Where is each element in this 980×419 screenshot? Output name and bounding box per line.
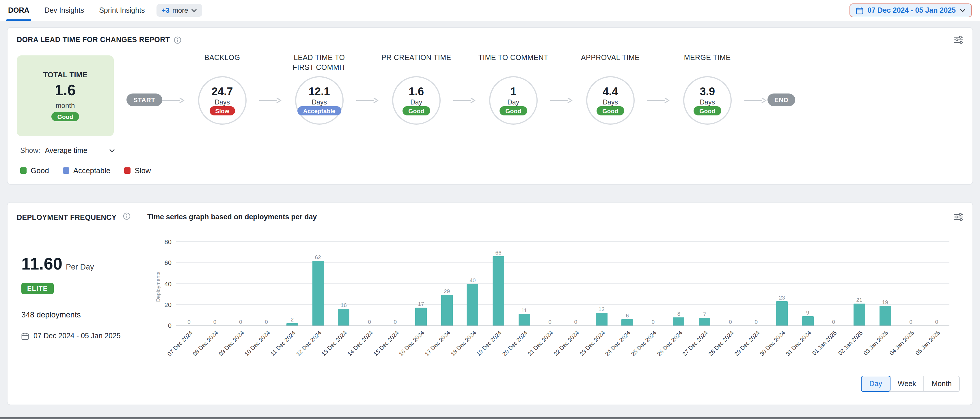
- lead-time-flow-section: TOTAL TIME 1.6 month Good STARTBACKLOG24…: [8, 46, 972, 136]
- legend-swatch: [63, 167, 69, 174]
- chart-bar-slot: 9: [795, 242, 821, 325]
- stage-status-badge: Good: [402, 106, 430, 116]
- deployment-bar[interactable]: [596, 313, 607, 326]
- x-axis-tick-label: 16 Dec 2024: [398, 330, 426, 357]
- x-axis-tick-label: 22 Dec 2024: [552, 330, 580, 357]
- deployment-bar[interactable]: [699, 318, 710, 325]
- legend-label: Slow: [135, 166, 151, 175]
- chart-title: Time series graph based on deployments p…: [147, 213, 954, 221]
- legend-item-good: Good: [20, 166, 49, 175]
- x-axis-tick-label: 14 Dec 2024: [346, 330, 374, 357]
- deployment-bar[interactable]: [286, 324, 298, 325]
- granularity-day-button[interactable]: Day: [861, 376, 890, 392]
- date-range-text: 07 Dec 2024 - 05 Jan 2025: [867, 6, 956, 14]
- deployment-chart: Deployments 0000262160017294066110012608…: [151, 222, 963, 363]
- total-time-value: 1.6: [55, 81, 76, 99]
- legend-label: Acceptable: [73, 166, 111, 175]
- stage-unit: Days: [700, 99, 715, 106]
- bar-value-label: 0: [213, 319, 216, 325]
- chart-bar-slot: 21: [846, 242, 872, 325]
- date-range-picker[interactable]: 07 Dec 2024 - 05 Jan 2025: [850, 3, 972, 17]
- chart-bar-slot: 66: [485, 242, 511, 325]
- stage-value: 1: [510, 86, 516, 98]
- deployment-bar[interactable]: [854, 303, 865, 325]
- lead-time-card-header: DORA LEAD TIME FOR CHANGES REPORT: [8, 28, 972, 46]
- tab-dora[interactable]: DORA: [8, 0, 29, 21]
- x-axis-tick-label: 05 Jan 2025: [914, 330, 941, 356]
- chart-bar-slot: 0: [228, 242, 253, 325]
- stage-status-badge: Good: [694, 106, 721, 116]
- total-time-unit: month: [56, 102, 75, 110]
- deployment-bar[interactable]: [338, 309, 349, 325]
- bar-value-label: 62: [315, 254, 321, 260]
- deployment-bar[interactable]: [879, 306, 891, 325]
- more-tabs-count: +3: [162, 6, 170, 14]
- deployment-title-group: DEPLOYMENT FREQUENCY: [17, 212, 147, 222]
- info-icon[interactable]: [123, 213, 130, 220]
- chart-bar-slot: 23: [769, 242, 795, 325]
- y-tick-label: 40: [154, 280, 172, 287]
- flow-arrow-icon: [162, 97, 185, 104]
- deployment-rate-unit: Per Day: [66, 263, 94, 271]
- total-time-label: TOTAL TIME: [43, 70, 87, 79]
- deployment-bar[interactable]: [493, 257, 504, 325]
- bar-value-label: 0: [368, 319, 371, 325]
- deployment-bar[interactable]: [441, 295, 452, 325]
- x-axis-tick-label: 07 Dec 2024: [166, 330, 194, 357]
- stage-circle: 1.6DayGood: [392, 76, 441, 125]
- show-average-time-select[interactable]: Average time: [45, 147, 115, 155]
- bar-value-label: 0: [909, 319, 912, 325]
- chart-bar-slot: 6: [614, 242, 640, 325]
- legend-item-slow: Slow: [124, 166, 151, 175]
- chevron-down-icon: [109, 149, 115, 152]
- y-tick-label: 60: [154, 259, 172, 267]
- stage-circle: 12.1DaysAcceptable: [295, 76, 344, 125]
- deployment-card-title: DEPLOYMENT FREQUENCY: [17, 214, 117, 222]
- x-axis-labels: 07 Dec 202408 Dec 202409 Dec 202410 Dec …: [176, 326, 950, 363]
- top-navigation: DORADev InsightsSprint Insights +3 more …: [0, 0, 980, 21]
- deployment-bar[interactable]: [518, 314, 530, 325]
- deployment-bar[interactable]: [673, 317, 685, 325]
- chart-bar-slot: 0: [924, 242, 950, 325]
- bar-value-label: 0: [935, 319, 939, 325]
- deployment-bar[interactable]: [802, 316, 813, 325]
- granularity-week-button[interactable]: Week: [889, 376, 924, 392]
- stage-unit: Day: [508, 99, 519, 106]
- chart-bar-slot: 2: [279, 242, 305, 325]
- chart-bar-slot: 12: [589, 242, 614, 325]
- nav-tabs: DORADev InsightsSprint Insights: [8, 0, 145, 21]
- chart-bar-slot: 11: [511, 242, 537, 325]
- granularity-month-button[interactable]: Month: [924, 376, 960, 392]
- chevron-down-icon: [960, 9, 966, 12]
- deployment-bar[interactable]: [621, 319, 633, 325]
- tab-sprint-insights[interactable]: Sprint Insights: [99, 0, 145, 21]
- flow-arrow-icon: [356, 97, 379, 104]
- deployment-bar[interactable]: [415, 308, 427, 325]
- stage-time-to-comment: TIME TO COMMENT1DayGood: [476, 53, 550, 125]
- x-axis-tick-label: 17 Dec 2024: [423, 330, 451, 357]
- chart-settings-icon[interactable]: [954, 213, 963, 221]
- more-tabs-label: more: [172, 6, 188, 14]
- more-tabs-button[interactable]: +3 more: [156, 4, 202, 17]
- chart-bar-slot: 40: [460, 242, 485, 325]
- x-axis-tick-label: 11 Dec 2024: [269, 330, 297, 357]
- chart-bar-slot: 0: [563, 242, 589, 325]
- info-icon[interactable]: [174, 36, 181, 44]
- chart-bar-slot: 29: [434, 242, 460, 325]
- stage-status-badge: Acceptable: [298, 106, 341, 116]
- x-axis-tick-label: 13 Dec 2024: [320, 330, 348, 357]
- lead-time-card: DORA LEAD TIME FOR CHANGES REPORT TOTAL …: [7, 27, 973, 185]
- chart-settings-icon[interactable]: [954, 36, 963, 44]
- bar-value-label: 0: [729, 319, 732, 325]
- tab-dev-insights[interactable]: Dev Insights: [45, 0, 84, 21]
- chart-bar-slot: 0: [640, 242, 666, 325]
- chart-bar-slot: 0: [176, 242, 202, 325]
- chart-bar-slot: 17: [408, 242, 434, 325]
- bar-value-label: 0: [394, 319, 397, 325]
- deployment-bar[interactable]: [312, 260, 324, 325]
- chart-bar-slot: 7: [692, 242, 718, 325]
- status-legend: GoodAcceptableSlow: [20, 166, 972, 175]
- deployment-bar[interactable]: [467, 284, 479, 325]
- x-axis-tick-label: 18 Dec 2024: [449, 330, 477, 357]
- deployment-bar[interactable]: [776, 302, 788, 325]
